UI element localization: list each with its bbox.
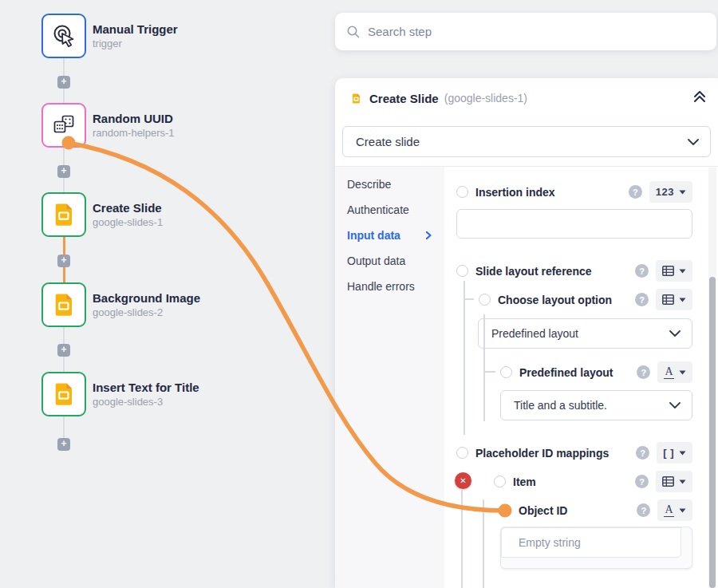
type-chip-table[interactable] [656, 471, 692, 492]
table-type-icon [662, 266, 674, 276]
caret-down-icon [679, 190, 686, 195]
field-label: Slide layout reference [475, 265, 592, 278]
google-slides-icon [50, 381, 77, 408]
node-title: Random UUID [93, 111, 175, 126]
help-icon[interactable]: ? [629, 185, 642, 199]
type-chip-array[interactable]: [ ] [657, 442, 692, 464]
insertion-index-input[interactable] [456, 209, 692, 239]
google-slides-icon [50, 201, 77, 228]
help-icon[interactable]: ? [635, 293, 649, 306]
object-id-input[interactable] [501, 527, 681, 558]
node-subtitle: trigger [93, 37, 178, 51]
manual-trigger-icon [50, 22, 77, 49]
field-row-placeholder-id-mappings: Placeholder ID mappings ? [ ] [456, 442, 692, 464]
google-slides-icon [50, 291, 77, 318]
add-step-button[interactable]: + [57, 438, 70, 451]
caret-down-icon [679, 370, 686, 375]
caret-down-icon [679, 508, 686, 513]
node-title: Insert Text for Title [93, 380, 199, 395]
tab-output-data[interactable]: Output data [335, 248, 444, 274]
node-box[interactable] [41, 192, 86, 237]
caret-down-icon [679, 479, 686, 484]
type-chip-table[interactable] [656, 260, 692, 282]
dice-icon [50, 112, 77, 139]
node-box[interactable] [41, 103, 86, 148]
text-type-icon: A [664, 504, 674, 517]
node-title: Manual Trigger [93, 22, 178, 37]
node-box[interactable] [41, 14, 86, 58]
help-icon[interactable]: ? [636, 446, 649, 460]
tree-line [483, 499, 484, 588]
node-subtitle: google-slides-3 [93, 395, 199, 409]
field-label: Object ID [519, 504, 567, 517]
chevron-right-icon [426, 231, 432, 239]
predefined-layout-select[interactable]: Title and a subtitle. [500, 390, 692, 420]
field-row-item: Item ? [494, 471, 692, 492]
help-icon[interactable]: ? [635, 475, 649, 488]
node-subtitle: google-slides-2 [93, 306, 200, 320]
workflow-node-create-slide: Create Slide google-slides-1 [41, 192, 305, 237]
type-chip-number[interactable]: 123 [649, 181, 692, 203]
radio-item[interactable] [494, 476, 506, 487]
tree-line [464, 281, 465, 435]
caret-down-icon [679, 269, 686, 274]
add-step-button[interactable]: + [57, 344, 70, 357]
help-icon[interactable]: ? [637, 365, 650, 379]
table-type-icon [662, 294, 674, 305]
tab-handle-errors[interactable]: Handle errors [335, 274, 444, 299]
node-subtitle: random-helpers-1 [93, 126, 175, 140]
chevron-down-icon [669, 402, 681, 408]
workflow-editor: + + + + + Manual Trigger trigger [0, 0, 718, 588]
tab-input-data[interactable]: Input data [335, 223, 444, 248]
field-row-slide-layout-reference: Slide layout reference ? [456, 260, 692, 282]
tree-line [483, 314, 485, 421]
tab-describe[interactable]: Describe [335, 172, 444, 197]
node-box[interactable] [41, 282, 86, 327]
search-input[interactable] [368, 25, 705, 38]
collapse-panel-button[interactable] [692, 90, 707, 106]
node-subtitle: google-slides-1 [93, 215, 163, 230]
radio-choose-layout-option[interactable] [479, 294, 491, 306]
caret-down-icon [679, 451, 686, 456]
field-label: Choose layout option [498, 294, 612, 306]
type-chip-text[interactable]: A [657, 361, 692, 383]
type-chip-text[interactable]: A [657, 499, 692, 521]
field-row-choose-layout-option: Choose layout option ? [479, 289, 692, 310]
field-label: Predefined layout [519, 366, 613, 379]
delete-item-button[interactable]: ✕ [455, 472, 471, 489]
radio-insertion-index[interactable] [456, 186, 468, 198]
panel-header: Create Slide (google-slides-1) [350, 85, 527, 112]
add-step-button[interactable]: + [57, 165, 70, 178]
tree-line [483, 510, 500, 511]
field-row-insertion-index: Insertion index ? 123 [456, 181, 692, 203]
table-type-icon [662, 476, 674, 487]
tab-authenticate[interactable]: Authenticate [335, 197, 444, 223]
radio-predefined-layout[interactable] [500, 366, 512, 378]
type-chip-table[interactable] [656, 289, 692, 310]
add-step-button[interactable]: + [57, 76, 70, 89]
step-search-bar [335, 13, 716, 50]
choose-layout-option-select[interactable]: Predefined layout [478, 318, 692, 349]
node-box[interactable] [41, 372, 86, 416]
caret-down-icon [679, 298, 686, 302]
tree-line [461, 490, 463, 588]
radio-slide-layout-reference[interactable] [456, 265, 468, 277]
panel-title: Create Slide [369, 92, 439, 105]
select-value: Predefined layout [479, 327, 669, 340]
radio-placeholder-id-mappings[interactable] [456, 447, 468, 459]
field-label: Item [513, 476, 536, 488]
connection-input-dot[interactable] [499, 504, 511, 517]
help-icon[interactable]: ? [637, 503, 650, 517]
field-label: Placeholder ID mappings [475, 447, 609, 460]
chevron-down-icon [688, 139, 699, 145]
action-select[interactable]: Create slide [342, 126, 711, 157]
help-icon[interactable]: ? [635, 264, 649, 278]
add-step-button[interactable]: + [57, 255, 70, 267]
tree-line [483, 371, 495, 373]
tree-line [464, 298, 474, 300]
panel-scrollbar-thumb[interactable] [709, 277, 716, 588]
workflow-node-manual-trigger: Manual Trigger trigger [41, 14, 305, 58]
array-type-icon: [ ] [663, 447, 674, 459]
workflow-node-insert-text: Insert Text for Title google-slides-3 [41, 372, 305, 416]
node-title: Background Image [93, 290, 200, 306]
